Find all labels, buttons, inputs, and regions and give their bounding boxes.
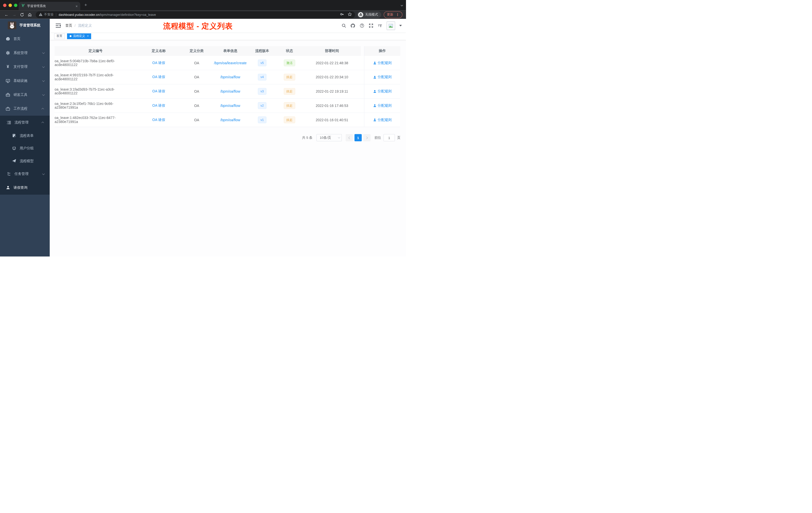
update-label[interactable]: 更新 [387,12,394,17]
definition-name-link[interactable]: OA 请假 [152,117,165,122]
person-icon [6,185,10,190]
home-button[interactable] [26,12,34,17]
bookmark-star-icon[interactable] [348,12,352,17]
tag-process-definition[interactable]: 流程定义 × [67,33,91,39]
assign-rule-link[interactable]: 分配规则 [373,117,392,122]
tag-home[interactable]: 首页 [54,33,65,39]
user-icon [373,76,376,79]
user-icon [373,118,376,121]
form-link[interactable]: /bpm/oa/flow [221,118,240,122]
sidebar-item-payment[interactable]: ¥ 支付管理 [0,60,50,74]
minimize-window-button[interactable] [8,3,12,7]
avatar-caret-icon[interactable] [399,25,402,26]
new-tab-button[interactable]: + [83,2,89,8]
col-header-id: 定义编号 [55,46,137,56]
goto-label: 前往 [374,135,381,140]
chevron-down-icon [42,51,45,54]
sidebar-item-workflow[interactable]: 工作流程 [0,102,50,116]
form-link[interactable]: /bpm/oa/flow [221,75,240,79]
current-page-button[interactable]: 1 [354,134,362,141]
prev-page-button[interactable] [346,134,353,141]
col-header-name: 定义名称 [136,46,181,56]
tag-close-icon[interactable]: × [87,35,89,37]
sidebar-item-task-management[interactable]: 任务管理 [0,167,50,181]
page-size-select[interactable]: 10条/页 [316,134,342,141]
app-navbar: 首页 / 流程定义 流程模型 - 定义列表 [50,19,406,32]
forward-button[interactable]: → [10,12,18,17]
sidebar-item-user-group[interactable]: 用户分组 [0,142,50,155]
assign-rule-link[interactable]: 分配规则 [373,60,392,65]
definition-name-link[interactable]: OA 请假 [152,89,165,94]
sidebar-item-home[interactable]: 首页 [0,32,50,46]
version-badge: v2 [258,102,266,109]
version-badge: v5 [258,59,266,66]
form-link[interactable]: /bpm/oa/flow [221,89,240,93]
help-icon[interactable] [359,23,364,28]
form-link[interactable]: /bpm/oa/flow [221,104,240,108]
back-button[interactable]: ← [2,12,10,17]
sidebar-item-process-form[interactable]: 流程表单 [0,129,50,142]
definition-name-link[interactable]: OA 请假 [152,103,165,108]
tab-title: 芋道管理系统 [27,4,73,8]
tab-search-chevron-icon[interactable] [401,4,403,6]
breadcrumb-home[interactable]: 首页 [65,23,72,28]
sidebar-item-dev-tools[interactable]: 研发工具 [0,88,50,102]
chrome-update-button[interactable]: 更新 ⋮ [384,11,402,18]
cell-id: oa_leave:1:482ec033-762a-11ec-8477-a2380… [55,113,137,127]
user-icon [373,104,376,107]
cell-deploy-time: 2022-01-22 20:34:10 [303,70,361,84]
tags-view-bar: 首页 流程定义 × [50,32,406,40]
address-bar[interactable]: 不安全 dashboard.yudao.iocoder.cn/bpm/manag… [36,11,355,18]
cell-category: OA [181,113,212,127]
sidebar-item-label: 基础设施 [13,78,39,83]
sidebar-item-system[interactable]: 系统管理 [0,46,50,60]
sidebar-collapse-icon[interactable] [56,23,61,28]
github-icon[interactable] [350,23,355,28]
sidebar-item-process-model[interactable]: 流程模型 [0,155,50,168]
chevron-down-icon [42,172,45,175]
incognito-icon [358,12,363,17]
goto-page-input[interactable] [383,134,395,141]
url-text[interactable]: dashboard.yudao.iocoder.cn/bpm/manager/d… [59,13,340,16]
user-icon [373,61,376,64]
assign-rule-link[interactable]: 分配规则 [373,75,392,80]
status-badge: 挂起 [284,74,295,81]
fullscreen-icon[interactable] [368,23,373,28]
definition-name-link[interactable]: OA 请假 [152,60,165,65]
assign-rule-link[interactable]: 分配规则 [373,89,392,94]
security-label[interactable]: 不安全 [44,12,54,17]
chevron-up-icon [41,121,44,124]
security-warning-icon[interactable] [39,12,42,17]
app-logo-row[interactable]: 芋道管理系统 [0,19,50,32]
next-page-button[interactable] [363,134,371,141]
cell-deploy-time: 2022-01-16 01:40:51 [303,113,361,127]
font-size-icon[interactable]: TT [378,23,383,28]
sidebar-item-leave-query[interactable]: 请假查询 [0,181,50,195]
avatar[interactable] [387,21,395,30]
sidebar-item-label: 请假查询 [13,185,45,190]
assign-rule-link[interactable]: 分配规则 [373,103,392,108]
maximize-window-button[interactable] [14,3,17,7]
breadcrumb: 首页 / 流程定义 [65,23,92,28]
dashboard-icon [6,37,10,41]
action-label: 分配规则 [378,103,392,108]
sidebar-item-infrastructure[interactable]: 基础设施 [0,74,50,88]
browser-tab[interactable]: 芋道管理系统 × [19,2,80,10]
macos-traffic-lights[interactable] [3,3,17,7]
password-key-icon[interactable] [340,12,344,17]
sidebar-item-process-management[interactable]: 流程管理 [0,116,50,129]
table-row: oa_leave:2:3c1f0ef1-76b1-11ec-9c66-a2380… [55,99,401,113]
sidebar-item-label: 流程表单 [20,133,45,138]
reload-button[interactable] [18,12,26,17]
definition-name-link[interactable]: OA 请假 [152,75,165,80]
browser-menu-icon[interactable]: ⋮ [396,13,399,17]
incognito-badge[interactable]: 无痕模式 [357,11,381,18]
col-header-version: 流程版本 [248,46,276,56]
breadcrumb-current: 流程定义 [78,23,92,28]
tab-close-icon[interactable]: × [76,4,78,8]
form-link[interactable]: /bpm/oa/leave/create [214,61,246,65]
search-icon[interactable] [341,23,346,28]
document-edit-icon [12,133,16,138]
close-window-button[interactable] [3,3,6,7]
sidebar-item-label: 工作流程 [13,107,39,111]
